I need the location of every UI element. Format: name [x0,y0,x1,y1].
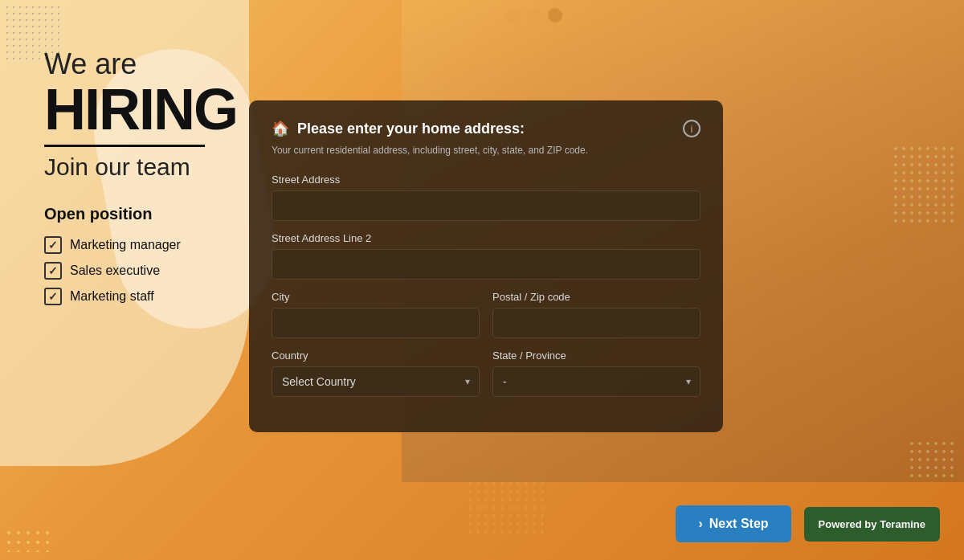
country-select[interactable]: Select Country United States United King… [272,366,480,397]
join-team-text: Join our team [44,153,237,181]
info-icon[interactable]: i [683,120,701,137]
we-are-text: We are [44,48,237,80]
powered-by-brand: Teramine [880,518,925,530]
street-address-2-input[interactable] [272,249,701,280]
divider [44,145,205,147]
street-address-2-label: Street Address Line 2 [272,232,701,244]
home-icon: 🏠 [272,120,289,137]
list-item: Marketing staff [44,288,237,305]
powered-by-prefix: Powered by [819,518,877,530]
position-list: Marketing manager Sales executive Market… [44,236,237,305]
state-select[interactable]: - Alabama Alaska California New York Tex… [492,366,701,397]
state-group: State / Province - Alabama Alaska Califo… [492,349,701,397]
checkbox-icon-1 [44,236,62,254]
powered-by-button[interactable]: Powered by Teramine [804,507,940,542]
street-address-input[interactable] [272,190,701,221]
left-content: We are HIRING Join our team Open positio… [44,48,237,305]
city-input[interactable] [272,308,480,338]
street-address-label: Street Address [272,174,701,186]
hiring-text: HIRING [44,80,237,138]
checkbox-icon-2 [44,262,62,280]
position-label-3: Marketing staff [70,289,154,304]
city-postal-row: City Postal / Zip code [272,291,701,349]
position-label-2: Sales executive [70,264,160,278]
next-step-arrow-icon: › [698,517,702,531]
next-step-label: Next Step [709,517,769,531]
country-group: Country Select Country United States Uni… [272,349,480,397]
modal-title-row: 🏠 Please enter your home address: [272,120,525,137]
bottom-bar: › Next Step Powered by Teramine [0,488,964,560]
modal-title: Please enter your home address: [297,121,525,137]
postal-label: Postal / Zip code [492,291,701,303]
postal-input[interactable] [492,308,701,338]
street-address-group: Street Address [272,174,701,221]
modal-subtitle: Your current residential address, includ… [272,144,701,157]
next-step-button[interactable]: › Next Step [676,505,790,542]
street-address-2-group: Street Address Line 2 [272,232,701,280]
country-select-wrapper: Select Country United States United King… [272,366,480,397]
postal-group: Postal / Zip code [492,291,701,338]
list-item: Sales executive [44,262,237,280]
checkbox-icon-3 [44,288,62,305]
city-label: City [272,291,480,303]
address-modal: 🏠 Please enter your home address: i Your… [249,100,723,432]
state-select-wrapper: - Alabama Alaska California New York Tex… [492,366,701,397]
position-label-1: Marketing manager [70,238,181,252]
country-state-row: Country Select Country United States Uni… [272,349,701,408]
modal-header: 🏠 Please enter your home address: i [272,120,701,137]
open-position-heading: Open position [44,205,237,223]
country-label: Country [272,349,480,362]
list-item: Marketing manager [44,236,237,254]
state-label: State / Province [492,349,701,362]
city-group: City [272,291,480,338]
